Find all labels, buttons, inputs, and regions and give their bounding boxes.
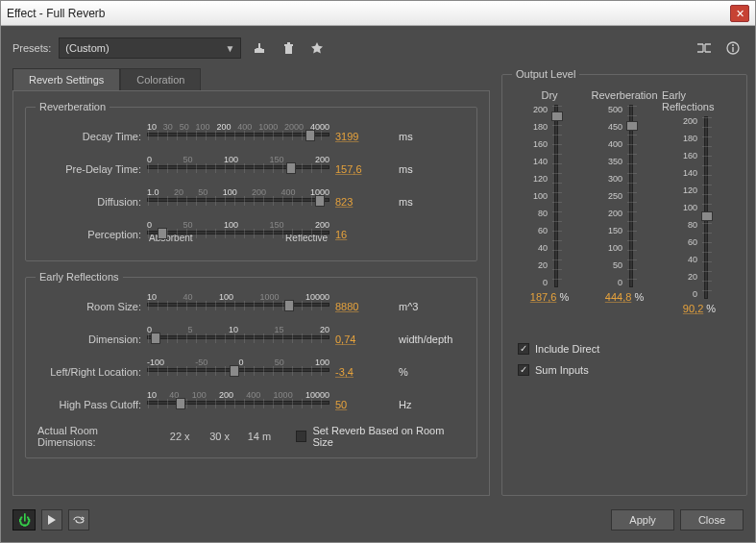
output-value-0[interactable]: 187,6 bbox=[530, 291, 557, 303]
diffusion-value[interactable]: 823 bbox=[335, 196, 393, 208]
predelay-slider[interactable]: 050100150200 bbox=[147, 155, 329, 184]
window-title: Effect - Full Reverb bbox=[7, 7, 730, 20]
lr-thumb[interactable] bbox=[230, 365, 239, 377]
close-icon[interactable]: ✕ bbox=[730, 5, 749, 22]
settings-panel: Reverberation Decay Time:103050100200400… bbox=[12, 90, 490, 496]
delete-preset-icon[interactable] bbox=[278, 37, 299, 59]
early-legend: Early Reflections bbox=[36, 271, 123, 283]
decay-slider[interactable]: 103050100200400100020004000 bbox=[147, 122, 329, 151]
output-vslider-1[interactable]: 500450400350300250200150100500 bbox=[604, 105, 645, 287]
diffusion-param: Diffusion:1.020501002004001000823ms bbox=[36, 185, 467, 218]
dimension-value[interactable]: 0,74 bbox=[335, 333, 393, 345]
output-panel: Output Level Dry200180160140120100806040… bbox=[501, 68, 744, 496]
sum-inputs-label: Sum Inputs bbox=[535, 364, 589, 376]
include-direct-label: Include Direct bbox=[535, 343, 599, 355]
perception-slider[interactable]: 050100150200AbsorbentReflective bbox=[147, 220, 329, 249]
chevron-down-icon: ▼ bbox=[225, 43, 234, 54]
dimension-slider[interactable]: 05101520 bbox=[147, 325, 329, 354]
lr-label: Left/Right Location: bbox=[36, 366, 141, 378]
presets-value: (Custom) bbox=[65, 42, 109, 54]
diffusion-thumb[interactable] bbox=[315, 195, 325, 207]
decay-unit: ms bbox=[399, 131, 456, 142]
output-thumb-1[interactable] bbox=[626, 121, 638, 131]
dialog-body: Presets: (Custom) ▼ bbox=[1, 26, 755, 542]
power-button[interactable]: ⏻ bbox=[12, 509, 36, 531]
actual-room-label: Actual Room Dimensions: bbox=[37, 425, 157, 448]
tab-reverb-settings[interactable]: Reverb Settings bbox=[12, 68, 120, 91]
presets-label: Presets: bbox=[12, 42, 51, 54]
svg-rect-2 bbox=[732, 47, 733, 52]
decay-thumb[interactable] bbox=[305, 130, 315, 141]
play-button[interactable] bbox=[41, 509, 62, 531]
set-reverb-room-label: Set Reverb Based on Room Size bbox=[312, 425, 465, 448]
actual-room-row: Actual Room Dimensions: 22 x 30 x 14 m S… bbox=[36, 421, 467, 448]
output-col-0: Dry200180160140120100806040200187,6 % bbox=[512, 89, 587, 314]
predelay-label: Pre-Delay Time: bbox=[36, 163, 141, 175]
roomsize-unit: m^3 bbox=[399, 301, 456, 312]
early-reflections-group: Early Reflections Room Size:104010010001… bbox=[25, 271, 477, 458]
decay-value[interactable]: 3199 bbox=[335, 131, 393, 142]
tab-coloration[interactable]: Coloration bbox=[120, 68, 201, 91]
apply-button[interactable]: Apply bbox=[611, 509, 674, 531]
loop-button[interactable] bbox=[68, 509, 89, 531]
output-level-group: Output Level Dry200180160140120100806040… bbox=[501, 68, 747, 496]
titlebar[interactable]: Effect - Full Reverb ✕ bbox=[1, 1, 755, 26]
presets-dropdown[interactable]: (Custom) ▼ bbox=[59, 37, 241, 59]
include-direct-checkbox[interactable]: ✓ Include Direct bbox=[518, 343, 737, 355]
roomsize-thumb[interactable] bbox=[284, 300, 294, 311]
lr-value[interactable]: -3,4 bbox=[335, 366, 393, 378]
dimension-param: Dimension:051015200,74width/depth bbox=[36, 323, 467, 356]
hpf-value[interactable]: 50 bbox=[335, 399, 393, 410]
output-thumb-2[interactable] bbox=[701, 211, 713, 221]
output-col-1: Reverberation500450400350300250200150100… bbox=[587, 89, 662, 314]
dimension-thumb[interactable] bbox=[151, 333, 160, 344]
lr-param: Left/Right Location:-100-50050100-3,4% bbox=[36, 356, 467, 388]
dimension-label: Dimension: bbox=[36, 333, 141, 345]
perception-thumb[interactable] bbox=[158, 228, 167, 239]
output-col-header: Early Reflections bbox=[662, 89, 737, 112]
hpf-unit: Hz bbox=[399, 399, 456, 410]
effect-window: Effect - Full Reverb ✕ Presets: (Custom)… bbox=[0, 0, 756, 543]
actual-room-z: 14 m bbox=[242, 431, 276, 442]
lr-unit: % bbox=[399, 366, 456, 378]
roomsize-label: Room Size: bbox=[36, 301, 141, 312]
favorite-icon[interactable] bbox=[306, 37, 328, 59]
preset-row: Presets: (Custom) ▼ bbox=[12, 37, 744, 59]
power-icon: ⏻ bbox=[18, 513, 31, 528]
sum-inputs-checkbox[interactable]: ✓ Sum Inputs bbox=[518, 364, 737, 376]
svg-point-1 bbox=[732, 44, 734, 46]
lr-slider[interactable]: -100-50050100 bbox=[147, 358, 329, 386]
hpf-label: High Pass Cutoff: bbox=[36, 399, 141, 410]
predelay-param: Pre-Delay Time:050100150200157,6ms bbox=[36, 153, 467, 185]
decay-param: Decay Time:10305010020040010002000400031… bbox=[36, 120, 467, 153]
perception-value[interactable]: 16 bbox=[335, 229, 393, 240]
hpf-thumb[interactable] bbox=[176, 398, 185, 409]
set-reverb-room-checkbox[interactable]: Set Reverb Based on Room Size bbox=[296, 425, 465, 448]
roomsize-param: Room Size:10401001000100008880m^3 bbox=[36, 290, 467, 323]
decay-label: Decay Time: bbox=[36, 131, 141, 142]
info-icon[interactable] bbox=[722, 37, 744, 59]
left-panel: Reverb Settings Coloration Reverberation… bbox=[12, 68, 490, 496]
predelay-thumb[interactable] bbox=[286, 162, 296, 174]
roomsize-slider[interactable]: 1040100100010000 bbox=[147, 292, 329, 321]
actual-room-x: 22 x bbox=[162, 431, 196, 442]
hpf-slider[interactable]: 1040100200400100010000 bbox=[147, 390, 329, 419]
checkbox-box: ✓ bbox=[518, 343, 529, 355]
routing-icon[interactable] bbox=[694, 37, 715, 59]
close-button[interactable]: Close bbox=[680, 509, 744, 531]
checkbox-box: ✓ bbox=[518, 364, 529, 376]
save-preset-icon[interactable] bbox=[249, 37, 270, 59]
output-value-1[interactable]: 444,8 bbox=[605, 291, 632, 303]
output-legend: Output Level bbox=[512, 68, 579, 80]
output-thumb-0[interactable] bbox=[551, 111, 563, 121]
output-value-2[interactable]: 90,2 bbox=[683, 303, 703, 314]
output-vslider-0[interactable]: 200180160140120100806040200 bbox=[529, 105, 570, 287]
diffusion-slider[interactable]: 1.020501002004001000 bbox=[147, 187, 329, 216]
output-vslider-2[interactable]: 200180160140120100806040200 bbox=[679, 116, 719, 299]
checkbox-box bbox=[296, 431, 307, 442]
dimension-unit: width/depth bbox=[399, 333, 456, 345]
roomsize-value[interactable]: 8880 bbox=[335, 301, 393, 312]
predelay-value[interactable]: 157,6 bbox=[335, 163, 393, 175]
reverberation-group: Reverberation Decay Time:103050100200400… bbox=[25, 101, 477, 261]
tabs: Reverb Settings Coloration bbox=[12, 68, 490, 91]
